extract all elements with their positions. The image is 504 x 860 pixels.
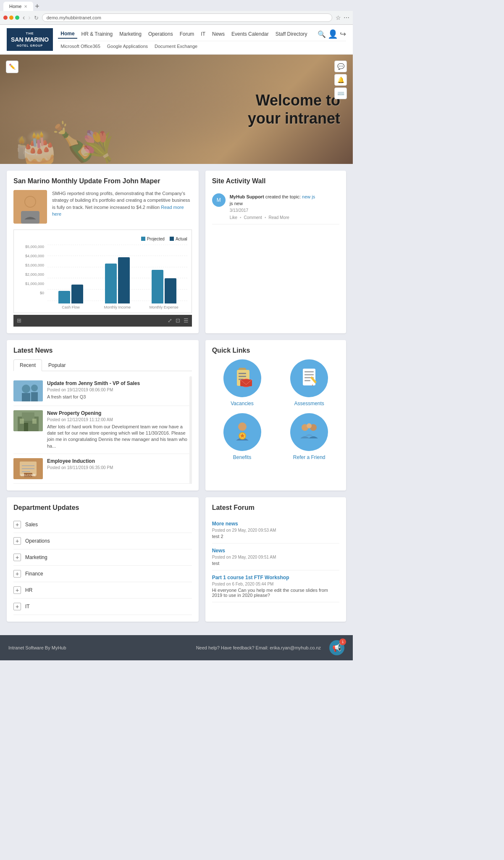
logout-icon[interactable]: ↪ <box>340 29 346 39</box>
bookmark-icon[interactable]: ☆ <box>336 14 341 21</box>
svg-point-7 <box>31 385 38 391</box>
search-icon[interactable]: 🔍 <box>318 30 326 38</box>
projected-color <box>141 237 145 241</box>
dept-name-sales: Sales <box>25 522 38 528</box>
nav-item-marketing[interactable]: Marketing <box>117 30 144 38</box>
news-item[interactable]: Update from Jenny Smith - VP of Sales Po… <box>13 376 192 406</box>
hero-edit-button[interactable]: ✏️ <box>6 61 18 73</box>
nav-sub-office365[interactable]: Microsoft Office365 <box>58 43 103 50</box>
dept-item-marketing[interactable]: + Marketing <box>13 549 192 566</box>
news-item-excerpt-2: After lots of hard work from our Develop… <box>47 424 192 450</box>
site-footer: Intranet Software By MyHub Need help? Ha… <box>0 635 353 660</box>
dept-item-sales[interactable]: + Sales <box>13 517 192 533</box>
dept-name-hr: HR <box>25 587 32 593</box>
news-list-wrapper: Update from Jenny Smith - VP of Sales Po… <box>13 376 192 484</box>
news-item-2[interactable]: New Property Opening Posted on 12/12/201… <box>13 406 192 454</box>
ql-item-vacancies[interactable]: Vacancies <box>212 359 273 406</box>
footer-right-text: Need help? Have feedback? Email: erika.r… <box>196 645 321 650</box>
site-logo[interactable]: THE SAN MARINO HOTEL GROUP <box>7 28 53 51</box>
nav-item-news[interactable]: News <box>210 30 227 38</box>
chart-excel-icon[interactable]: ⊞ <box>17 317 21 324</box>
close-window-button[interactable] <box>3 16 8 20</box>
dept-expand-it[interactable]: + <box>13 603 21 610</box>
news-item-title-1[interactable]: Update from Jenny Smith - VP of Sales <box>47 380 192 386</box>
chart-bars-area: $5,000,000 $4,000,000 $3,000,000 $2,000,… <box>18 245 187 303</box>
minimize-window-button[interactable] <box>9 16 13 20</box>
activity-text: MyHub Support created the topic: new js … <box>230 193 315 221</box>
svg-rect-28 <box>240 380 252 386</box>
news-thumb-3: WELCOME <box>13 458 43 479</box>
maximize-window-button[interactable] <box>15 16 19 20</box>
chart-fullscreen-icon[interactable]: ⤢ <box>168 317 172 324</box>
activity-topic-link[interactable]: new js <box>302 194 315 199</box>
news-item-date-2: Posted on 12/12/2019 11:12:00 AM <box>47 417 192 422</box>
nav-item-it[interactable]: IT <box>198 30 208 38</box>
dept-item-hr[interactable]: + HR <box>13 582 192 599</box>
nav-sub-docexchange[interactable]: Document Exchange <box>152 43 200 50</box>
ql-item-benefits[interactable]: Benefits <box>212 413 273 460</box>
nav-item-forum[interactable]: Forum <box>177 30 197 38</box>
dept-item-operations[interactable]: + Operations <box>13 533 192 549</box>
profile-image <box>13 190 47 224</box>
dept-expand-operations[interactable]: + <box>13 537 21 545</box>
dept-expand-finance[interactable]: + <box>13 570 21 578</box>
news-thumb-image-3: WELCOME <box>13 458 43 479</box>
bar-income-projected <box>105 264 117 303</box>
dept-item-it[interactable]: + IT <box>13 599 192 615</box>
notifications-button[interactable]: 🔔 <box>334 74 347 86</box>
new-tab-button[interactable]: + <box>35 2 39 11</box>
user-avatar[interactable]: 👤 <box>328 29 338 39</box>
news-item-title-3[interactable]: Employee Induction <box>47 458 192 464</box>
benefits-label: Benefits <box>233 454 251 460</box>
main-content: San Marino Monthly Update From John Mape… <box>0 164 353 636</box>
back-button[interactable]: ‹ <box>23 14 25 21</box>
forum-link-2[interactable]: News <box>212 548 339 554</box>
url-bar[interactable]: demo.myhubbintranet.com <box>42 13 332 22</box>
activity-like-button[interactable]: Like <box>230 214 237 221</box>
news-item-date-1: Posted on 19/12/2019 08:06:00 PM <box>47 388 192 392</box>
news-item-title-2[interactable]: New Property Opening <box>47 410 192 416</box>
site-activity-title: Site Activity Wall <box>212 177 339 185</box>
ql-item-assessments[interactable]: Assessments <box>279 359 339 406</box>
keyboard-button[interactable]: ⌨️ <box>334 87 347 99</box>
dept-expand-marketing[interactable]: + <box>13 554 21 561</box>
fab-notification-badge: 1 <box>339 638 346 645</box>
chart-group-income <box>94 257 141 303</box>
benefits-icon <box>223 413 261 451</box>
assessments-svg <box>294 364 324 393</box>
nav-item-events[interactable]: Events Calendar <box>229 30 271 38</box>
news-tab-popular[interactable]: Popular <box>42 359 72 371</box>
chat-button[interactable]: 💬 <box>334 61 347 72</box>
activity-item: M MyHub Support created the topic: new j… <box>212 190 339 224</box>
forum-meta-3: Posted on 6 Feb, 2020 05:44 PM <box>212 582 339 586</box>
svg-point-41 <box>294 417 324 447</box>
dept-expand-hr[interactable]: + <box>13 586 21 594</box>
nav-item-operations[interactable]: Operations <box>146 30 176 38</box>
chart-download-icon[interactable]: ⊡ <box>176 317 180 324</box>
benefits-svg <box>228 417 257 447</box>
refresh-button[interactable]: ↻ <box>34 15 39 21</box>
chart-menu-icon[interactable]: ☰ <box>184 317 189 324</box>
activity-read-more-button[interactable]: Read More <box>268 214 289 221</box>
dept-expand-sales[interactable]: + <box>13 521 21 528</box>
nav-item-home[interactable]: Home <box>58 29 77 39</box>
chart-group-expense <box>141 270 187 303</box>
news-thumb-1 <box>13 380 43 401</box>
news-item-3[interactable]: WELCOME Employee Induction Posted on 18/… <box>13 454 192 484</box>
nav-sub-google[interactable]: Google Applications <box>105 43 150 50</box>
forum-link-3[interactable]: Part 1 course 1st FTF Workshop <box>212 575 339 580</box>
nav-item-staff[interactable]: Staff Directory <box>273 30 310 38</box>
vacancies-icon <box>223 359 261 397</box>
browser-tab[interactable]: Home ✕ <box>3 2 33 11</box>
extensions-icon[interactable]: ⋯ <box>344 14 349 21</box>
chart-label-expense: Monthly Expense <box>141 303 187 309</box>
nav-item-hr[interactable]: HR & Training <box>79 30 116 38</box>
activity-comment-button[interactable]: Comment <box>244 214 262 221</box>
assessments-label: Assessments <box>294 401 324 406</box>
forum-link-1[interactable]: More news <box>212 521 339 527</box>
y-label-2m: $2,000,000 <box>25 272 44 277</box>
news-tab-recent[interactable]: Recent <box>13 359 42 371</box>
dept-item-finance[interactable]: + Finance <box>13 566 192 582</box>
ql-item-refer[interactable]: Refer a Friend <box>279 413 339 460</box>
tab-close-button[interactable]: ✕ <box>24 4 27 9</box>
